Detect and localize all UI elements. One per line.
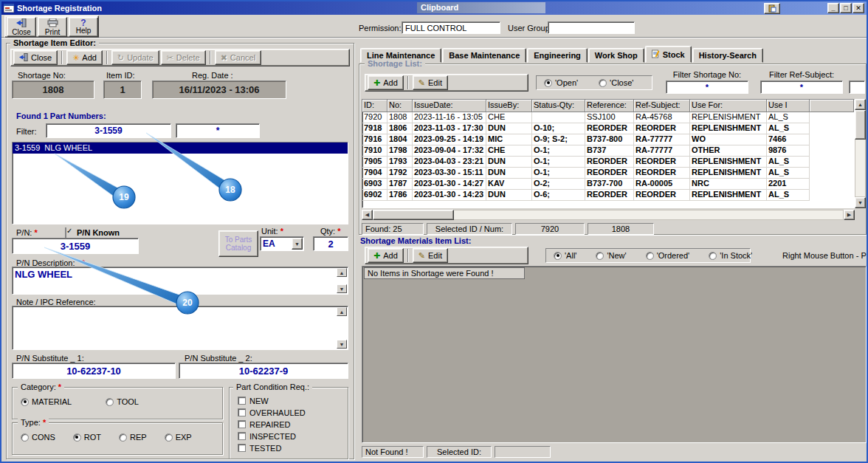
qty-input[interactable]: 2 <box>313 236 348 251</box>
shortage-filter-close[interactable]: 'Close' <box>599 78 633 87</box>
table-row[interactable]: 791618042023-09-25 - 14:19MICO-9; S-2;B7… <box>362 134 854 145</box>
condition-tested[interactable]: TESTED <box>238 442 306 453</box>
type-rot[interactable]: ROT <box>73 433 101 442</box>
help-button[interactable]: ? Help <box>69 17 98 37</box>
part-filter-input[interactable]: 3-1559 <box>46 123 171 138</box>
close-app-button[interactable]: Close <box>7 17 36 37</box>
scroll-right-icon[interactable]: ▶ <box>844 210 855 220</box>
shortage-filter-open[interactable]: 'Open' <box>544 78 578 87</box>
table-row[interactable]: 690217862023-01-30 - 14:23DUNO-6;REORDER… <box>362 190 854 201</box>
column-header-use-for[interactable]: Use For: <box>690 100 767 112</box>
pn-input[interactable]: 3-1559 <box>12 238 139 254</box>
table-cell: O-9; S-2; <box>532 134 585 145</box>
to-parts-catalog-button[interactable]: To PartsCatalog <box>218 230 258 257</box>
materials-filter-all[interactable]: 'All' <box>554 251 576 260</box>
radio-icon <box>165 433 173 442</box>
titlebar-tool-button[interactable] <box>764 3 780 14</box>
tab-stock[interactable]: Stock <box>645 46 692 63</box>
filter-ref-subject-input[interactable]: * <box>760 80 843 94</box>
shortage-table[interactable]: ID:No:IssueDate:IssueBy:Status-Qty:Refer… <box>362 99 855 208</box>
substitute2-field[interactable]: 10-62237-9 <box>179 363 348 379</box>
column-header-ref-subject[interactable]: Ref-Subject: <box>634 100 690 112</box>
pn-known-checkbox[interactable] <box>65 227 66 238</box>
editor-update-button[interactable]: ↻ Update <box>111 50 159 65</box>
table-cell: 1804 <box>388 134 413 145</box>
checkbox-label: OVERHAULED <box>249 408 306 417</box>
editor-title: Shortage Item Editor: <box>10 38 99 47</box>
clipboard-window-titlebar[interactable]: Clipboard <box>417 2 545 13</box>
scroll-up-icon[interactable]: ▲ <box>855 99 866 110</box>
vertical-scrollbar-thumb[interactable] <box>855 110 866 140</box>
condition-overhauled[interactable]: OVERHAULED <box>238 407 306 418</box>
table-row[interactable]: 791017982023-09-04 - 17:32CHEO-1;B737RA-… <box>362 145 854 157</box>
column-header-use-i[interactable]: Use I <box>767 100 810 112</box>
column-header-status-qty[interactable]: Status-Qty: <box>532 100 585 112</box>
radio-label: 'Ordered' <box>657 251 690 260</box>
scroll-up-icon[interactable]: ▲ <box>337 307 347 316</box>
materials-filter-new[interactable]: 'New' <box>596 251 626 260</box>
scroll-down-icon[interactable]: ▼ <box>337 340 347 349</box>
materials-add-button[interactable]: ✚ Add <box>368 248 404 263</box>
table-cell: OTHER <box>690 145 767 157</box>
list-item-selected[interactable]: 3-1559 NLG WHEEL <box>13 143 348 154</box>
tab-base-maintenance[interactable]: Base Maintenance <box>442 48 526 63</box>
column-header-no[interactable]: No: <box>388 100 413 112</box>
filter-ref-subject-label: Filter Ref-Subject: <box>760 70 843 79</box>
type-rep[interactable]: REP <box>119 433 147 442</box>
table-cell <box>532 112 585 123</box>
condition-new[interactable]: NEW <box>238 395 306 406</box>
radio-icon <box>596 252 604 260</box>
horizontal-scrollbar-thumb[interactable] <box>373 210 454 220</box>
note-ipc-textarea[interactable]: ▲ ▼ <box>12 306 348 350</box>
editor-close-button[interactable]: Close <box>13 50 58 65</box>
table-cell: 2023-04-03 - 23:21 <box>413 157 486 168</box>
table-row[interactable]: 790517932023-04-03 - 23:21DUNO-1;REORDER… <box>362 157 854 168</box>
scroll-down-icon[interactable]: ▼ <box>855 197 866 208</box>
minimize-button[interactable]: _ <box>827 3 839 13</box>
tab-history-search[interactable]: History-Search <box>692 48 763 63</box>
tab-engineering[interactable]: Engineering <box>527 48 588 63</box>
table-cell: RA-77777 <box>634 145 690 157</box>
scroll-up-icon[interactable]: ▲ <box>337 268 347 277</box>
table-row[interactable]: 792018082023-11-16 - 13:05CHESSJ100RA-45… <box>362 112 854 123</box>
condition-repaired[interactable]: REPAIRED <box>238 419 306 430</box>
filter-extra-input[interactable] <box>849 80 865 94</box>
shortage-no-label: Shortage No: <box>18 71 66 80</box>
part-filter2-input[interactable]: * <box>176 123 260 138</box>
column-header-id[interactable]: ID: <box>362 100 388 112</box>
radio-label: 'Open' <box>555 78 578 87</box>
pn-description-textarea[interactable]: NLG WHEEL ▲ ▼ <box>12 267 348 295</box>
unit-combobox[interactable]: EA ▼ <box>260 236 304 251</box>
column-header-issueby[interactable]: IssueBy: <box>486 100 532 112</box>
column-header-issuedate[interactable]: IssueDate: <box>413 100 486 112</box>
shortage-edit-button[interactable]: ✎ Edit <box>413 75 448 90</box>
scroll-left-icon[interactable]: ◀ <box>362 210 373 220</box>
type-cons[interactable]: CONS <box>21 433 55 442</box>
materials-filter-in-stock[interactable]: 'In Stock' <box>709 251 752 260</box>
editor-cancel-button[interactable]: ✖ Cancel <box>215 50 261 65</box>
editor-add-button[interactable]: ✳ Add <box>66 50 103 65</box>
materials-filter-ordered[interactable]: 'Ordered' <box>646 251 690 260</box>
shortage-add-button[interactable]: ✚ Add <box>368 75 404 90</box>
radio-label: MATERIAL <box>32 397 72 406</box>
category-tool[interactable]: TOOL <box>106 397 139 406</box>
tab-work-shop[interactable]: Work Shop <box>588 48 644 63</box>
table-row[interactable]: 791818062023-11-03 - 17:30DUNO-10;REORDE… <box>362 123 854 134</box>
part-number-list[interactable]: 3-1559 NLG WHEEL <box>12 142 348 224</box>
table-row[interactable]: 790417922023-03-30 - 15:11DUNO-1;REORDER… <box>362 168 854 179</box>
editor-delete-button[interactable]: ✂ Delete <box>161 50 206 65</box>
print-button[interactable]: Print <box>38 17 67 37</box>
table-row[interactable]: 690317872023-01-30 - 14:27KAVO-2;B737-70… <box>362 179 854 190</box>
scroll-down-icon[interactable]: ▼ <box>337 284 347 293</box>
materials-edit-button[interactable]: ✎ Edit <box>413 248 448 263</box>
column-header-reference[interactable]: Reference: <box>585 100 634 112</box>
filter-shortage-no-input[interactable]: * <box>666 80 748 94</box>
restore-button[interactable]: □ <box>840 3 852 13</box>
substitute1-field[interactable]: 10-62237-10 <box>12 363 176 379</box>
radio-icon <box>544 79 552 87</box>
dropdown-arrow-icon[interactable]: ▼ <box>292 238 303 250</box>
condition-inspected[interactable]: INSPECTED <box>238 431 306 442</box>
type-exp[interactable]: EXP <box>165 433 192 442</box>
category-material[interactable]: MATERIAL <box>21 397 72 406</box>
close-window-button[interactable]: ✕ <box>852 3 864 13</box>
